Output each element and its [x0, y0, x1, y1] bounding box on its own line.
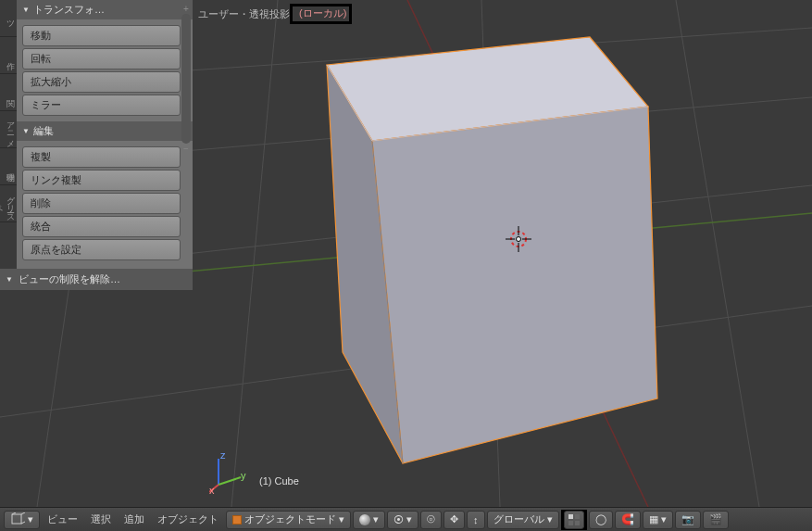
- chevron-down-icon: ▾: [28, 513, 33, 525]
- rotate-button[interactable]: 回転: [22, 48, 181, 70]
- sphere-icon: [359, 514, 370, 525]
- link-duplicate-button[interactable]: リンク複製: [22, 170, 181, 191]
- layers-icon: [568, 513, 581, 526]
- section-transform-title: トランスフォ…: [33, 3, 105, 17]
- mode-selector[interactable]: オブジェクトモード ▾: [226, 511, 351, 529]
- scale-button[interactable]: 拡大縮小: [22, 71, 181, 93]
- manipulator-translate[interactable]: ↕: [467, 511, 485, 529]
- tab-grease[interactable]: グリースペ: [0, 185, 17, 222]
- menu-add[interactable]: 追加: [119, 512, 150, 526]
- axis-y-label: y: [241, 470, 246, 481]
- viewport-overlay: ユーザー・透視投影 (ローカル) z y x (1) Cube: [193, 0, 812, 507]
- scroll-plus-icon: +: [181, 4, 191, 14]
- tab-animation[interactable]: アニメ: [0, 111, 17, 148]
- axis-z-label: z: [220, 451, 226, 461]
- view-label-prefix: ユーザー・透視投影: [198, 7, 290, 21]
- scroll-minus-icon: −: [181, 144, 191, 154]
- section-transform-body: 移動 回転 拡大縮小 ミラー: [17, 19, 193, 121]
- cube-wire-icon: [10, 512, 25, 527]
- operator-panel-label: ビューの制限を解除…: [19, 272, 120, 286]
- chevron-down-icon: ▾: [661, 513, 667, 525]
- set-origin-button[interactable]: 原点を設定: [22, 239, 181, 260]
- arrow-icon: ↕: [473, 514, 479, 525]
- orientation-selector[interactable]: グローバル ▾: [487, 511, 559, 529]
- pivot-individual-icon: ⦾: [427, 513, 435, 525]
- magnet-icon: 🧲: [621, 513, 634, 525]
- axes-icon: ✥: [450, 513, 458, 525]
- mirror-button[interactable]: ミラー: [22, 95, 181, 116]
- camera-icon: 📷: [681, 513, 694, 525]
- svg-rect-30: [575, 514, 580, 519]
- menu-view[interactable]: ビュー: [42, 512, 83, 526]
- grid-icon: ▦: [649, 513, 658, 525]
- translate-button[interactable]: 移動: [22, 25, 181, 46]
- join-button[interactable]: 統合: [22, 216, 181, 237]
- layers-button[interactable]: [564, 511, 584, 529]
- chevron-down-icon: ▾: [406, 513, 412, 525]
- menu-object[interactable]: オブジェクト: [152, 512, 224, 526]
- scrollbar-thumb[interactable]: [181, 14, 191, 144]
- clapper-icon: 🎬: [709, 513, 722, 525]
- svg-rect-25: [12, 514, 21, 524]
- orientation-label: グローバル: [493, 512, 544, 526]
- proportional-edit-button[interactable]: ◯: [589, 511, 613, 529]
- axis-x-label: x: [209, 485, 215, 494]
- svg-line-28: [21, 522, 25, 524]
- tool-shelf: トランスフォ… 移動 回転 拡大縮小 ミラー 編集 複製 リンク複製 削除 統合…: [17, 0, 193, 269]
- chevron-down-icon: ▾: [547, 513, 553, 525]
- svg-rect-29: [568, 514, 573, 519]
- section-edit-title: 編集: [33, 124, 54, 138]
- tab-relations[interactable]: 関: [0, 74, 17, 111]
- manipulator-toggle[interactable]: ✥: [443, 511, 465, 529]
- view-label: ユーザー・透視投影 (ローカル): [198, 4, 352, 24]
- menu-select[interactable]: 選択: [85, 512, 117, 526]
- active-object-label: (1) Cube: [259, 475, 299, 487]
- mode-label: オブジェクトモード: [244, 512, 336, 526]
- svg-point-17: [517, 237, 521, 242]
- operator-panel-header[interactable]: ビューの制限を解除…: [0, 269, 193, 290]
- object-mode-icon: [232, 515, 242, 525]
- tab-physics[interactable]: 物理: [0, 148, 17, 185]
- chevron-down-icon: ▾: [373, 513, 379, 525]
- snap-toggle[interactable]: 🧲: [615, 511, 641, 529]
- circle-icon: ◯: [595, 513, 606, 525]
- pivot-icon: ⦿: [394, 514, 404, 525]
- section-edit-body: 複製 リンク複製 削除 統合 原点を設定: [17, 141, 193, 266]
- svg-line-27: [21, 512, 25, 514]
- shading-selector[interactable]: ▾: [353, 511, 385, 529]
- tab-tools[interactable]: ツ: [0, 0, 17, 37]
- snap-target-button[interactable]: ▦ ▾: [643, 511, 673, 529]
- cursor-3d-icon: [506, 226, 531, 252]
- editor-type-button[interactable]: ▾: [4, 511, 40, 529]
- pivot-individual-button[interactable]: ⦾: [420, 511, 442, 529]
- viewport-header: ▾ ビュー 選択 追加 オブジェクト オブジェクトモード ▾ ▾ ⦿ ▾ ⦾ ✥…: [0, 507, 812, 531]
- toolshelf-tabs: ツ 作 関 アニメ 物理 グリースペ: [0, 0, 17, 269]
- local-mode-highlight: (ローカル): [290, 4, 352, 24]
- svg-rect-31: [568, 521, 573, 525]
- svg-rect-32: [575, 521, 580, 525]
- svg-line-23: [219, 477, 241, 485]
- duplicate-button[interactable]: 複製: [22, 146, 181, 168]
- render-opengl-anim-button[interactable]: 🎬: [703, 511, 729, 529]
- view-label-local: (ローカル): [299, 7, 346, 19]
- render-opengl-button[interactable]: 📷: [675, 511, 701, 529]
- layers-highlight: [561, 510, 587, 530]
- section-edit-header[interactable]: 編集: [17, 121, 193, 141]
- axis-gizmo: z y x: [209, 451, 246, 488]
- toolshelf-scrollbar[interactable]: + −: [181, 4, 191, 263]
- delete-button[interactable]: 削除: [22, 193, 181, 214]
- tab-create[interactable]: 作: [0, 37, 17, 74]
- section-transform-header[interactable]: トランスフォ…: [17, 0, 193, 19]
- pivot-selector[interactable]: ⦿ ▾: [387, 511, 418, 529]
- chevron-down-icon: ▾: [339, 513, 344, 525]
